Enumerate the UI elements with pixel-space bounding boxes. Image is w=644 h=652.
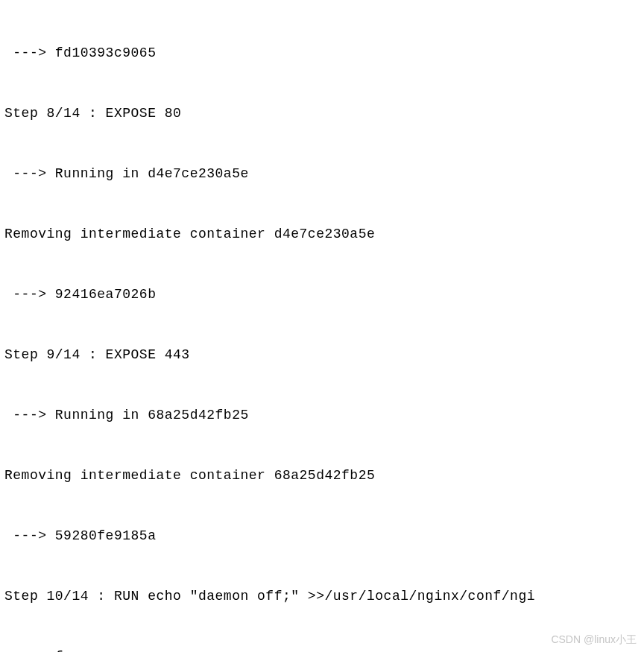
output-line: ---> fd10393c9065 xyxy=(4,43,640,63)
terminal-output[interactable]: ---> fd10393c9065 Step 8/14 : EXPOSE 80 … xyxy=(4,3,640,652)
output-line: ---> Running in d4e7ce230a5e xyxy=(4,164,640,184)
output-line: ---> 59280fe9185a xyxy=(4,526,640,546)
output-line: Step 8/14 : EXPOSE 80 xyxy=(4,104,640,124)
output-line: nx.conf xyxy=(4,647,640,652)
output-line: Removing intermediate container 68a25d42… xyxy=(4,466,640,486)
output-line: Removing intermediate container d4e7ce23… xyxy=(4,224,640,244)
watermark-text: CSDN @linux小王 xyxy=(551,632,637,648)
output-line: Step 9/14 : EXPOSE 443 xyxy=(4,345,640,365)
output-line: ---> Running in 68a25d42fb25 xyxy=(4,405,640,425)
output-line: Step 10/14 : RUN echo "daemon off;" >>/u… xyxy=(4,586,640,607)
output-line: ---> 92416ea7026b xyxy=(4,285,640,305)
